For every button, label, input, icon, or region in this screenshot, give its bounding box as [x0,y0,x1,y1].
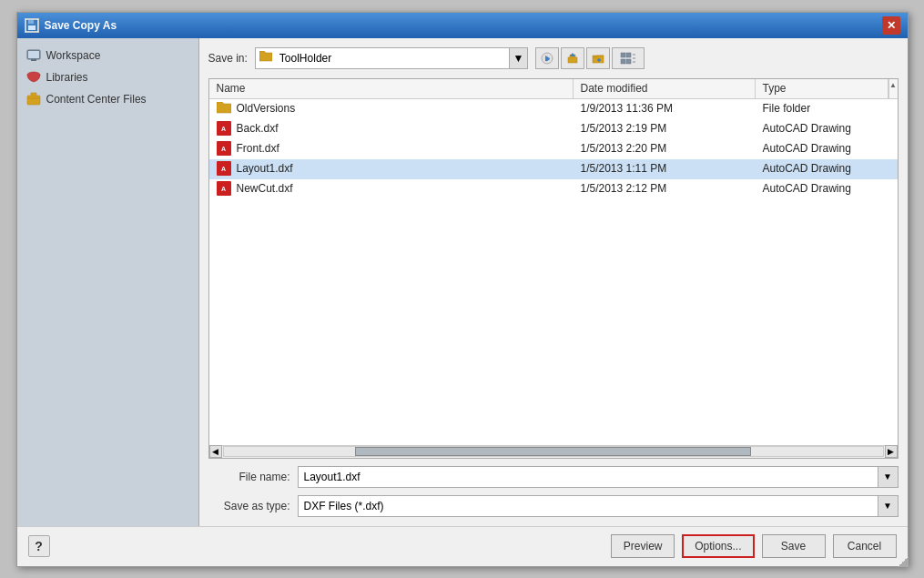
table-row[interactable]: A Front.dxf 1/5/2013 2:20 PM AutoCAD Dra… [209,139,898,159]
sidebar-item-libraries[interactable]: Libraries [21,67,195,87]
content-center-label: Content Center Files [46,93,147,106]
file-name-cell: A Front.dxf [209,139,574,157]
svg-rect-12 [626,53,631,57]
save-in-combo[interactable]: ToolHolder ▼ [255,47,528,69]
file-name-row: File name: Layout1.dxf ▼ [208,466,899,488]
file-date-cell: 1/5/2013 2:19 PM [574,120,756,137]
table-row[interactable]: OldVersions 1/9/2013 11:36 PM File folde… [209,99,898,119]
toolbar-buttons [535,47,645,69]
file-name-cell: OldVersions [209,99,574,117]
sidebar-item-content-center[interactable]: Content Center Files [21,89,195,109]
preview-button[interactable]: Preview [611,534,675,558]
libraries-icon [26,70,41,85]
resize-handle[interactable] [898,556,909,567]
workspace-label: Workspace [46,49,101,62]
table-row[interactable]: A Back.dxf 1/5/2013 2:19 PM AutoCAD Draw… [209,119,898,139]
scroll-left-button[interactable]: ◀ [209,445,222,458]
file-name-label: File name: [208,471,290,483]
file-type-cell: AutoCAD Drawing [756,180,898,197]
svg-rect-13 [621,59,625,64]
scroll-right-button[interactable]: ▶ [885,445,898,458]
col-header-type[interactable]: Type [756,79,888,98]
table-row[interactable]: A NewCut.dxf 1/5/2013 2:12 PM AutoCAD Dr… [209,179,898,199]
dialog-title: Save Copy As [45,19,117,32]
sidebar: Workspace Libraries [17,38,199,526]
up-button[interactable] [561,47,584,69]
content-center-icon [26,92,41,106]
folder-file-icon [217,101,231,116]
save-in-row: Save in: ToolHolder ▼ [208,47,899,69]
horizontal-scrollbar[interactable]: ◀ ▶ [209,445,898,458]
save-as-type-combo[interactable]: DXF Files (*.dxf) ▼ [298,495,899,517]
help-button[interactable]: ? [28,535,50,557]
save-copy-as-dialog: Save Copy As ✕ Workspace [16,12,909,567]
file-list-container: Name Date modified Type ▲ [208,78,899,459]
col-header-name[interactable]: Name [209,79,574,98]
workspace-icon [26,48,41,63]
views-button[interactable] [612,47,645,69]
file-name-dropdown-arrow[interactable]: ▼ [878,467,898,487]
svg-rect-5 [31,59,36,61]
dxf-file-icon: A [217,181,231,196]
title-bar: Save Copy As ✕ [17,13,908,38]
save-button[interactable]: Save [762,534,826,558]
svg-rect-9 [568,57,577,63]
sidebar-item-workspace[interactable]: Workspace [21,46,195,66]
save-in-value: ToolHolder [276,50,509,66]
file-type-cell: AutoCAD Drawing [756,140,898,157]
file-name-cell: A Back.dxf [209,119,574,137]
save-as-type-value: DXF Files (*.dxf) [299,498,878,514]
file-name-cell: A Layout1.dxf [209,159,574,177]
svg-rect-2 [28,25,36,30]
dialog-icon [25,18,39,33]
col-header-date[interactable]: Date modified [574,79,756,98]
svg-rect-14 [626,59,631,64]
save-as-type-dropdown-arrow[interactable]: ▼ [878,496,898,516]
dialog-footer: ? Preview Options... Save Cancel [17,526,908,566]
libraries-label: Libraries [46,71,88,84]
scroll-up-indicator: ▲ [888,79,898,98]
cancel-button[interactable]: Cancel [833,534,897,558]
save-in-dropdown-arrow[interactable]: ▼ [509,48,527,68]
save-in-label: Save in: [208,52,248,65]
file-date-cell: 1/9/2013 11:36 PM [574,100,756,117]
file-date-cell: 1/5/2013 2:12 PM [574,180,756,197]
file-name-cell: A NewCut.dxf [209,179,574,198]
dxf-file-icon: A [217,161,231,176]
close-button[interactable]: ✕ [882,16,900,35]
svg-rect-11 [621,53,625,57]
file-type-cell: AutoCAD Drawing [756,120,898,137]
save-as-type-row: Save as type: DXF Files (*.dxf) ▼ [208,495,899,517]
table-row[interactable]: A Layout1.dxf 1/5/2013 1:11 PM AutoCAD D… [209,159,898,179]
new-folder-button[interactable] [586,47,610,69]
file-type-cell: File folder [756,100,898,117]
options-button[interactable]: Options... [682,534,754,558]
file-list-header: Name Date modified Type ▲ [209,79,898,99]
svg-rect-7 [27,96,40,105]
dxf-file-icon: A [217,141,231,156]
main-area: Save in: ToolHolder ▼ [199,38,908,526]
file-name-combo[interactable]: Layout1.dxf ▼ [298,466,899,488]
svg-rect-10 [593,56,604,63]
dxf-file-icon: A [217,121,231,136]
file-list-body[interactable]: OldVersions 1/9/2013 11:36 PM File folde… [209,99,898,445]
scroll-thumb[interactable] [355,447,750,456]
svg-rect-4 [28,51,39,58]
file-type-cell: AutoCAD Drawing [756,160,898,177]
save-as-type-label: Save as type: [208,500,290,512]
scroll-track[interactable] [223,446,884,457]
folder-icon [256,49,276,66]
file-date-cell: 1/5/2013 1:11 PM [574,160,756,177]
file-name-value: Layout1.dxf [299,469,878,485]
file-date-cell: 1/5/2013 2:20 PM [574,140,756,157]
back-button[interactable] [535,47,559,69]
svg-rect-1 [28,20,34,24]
